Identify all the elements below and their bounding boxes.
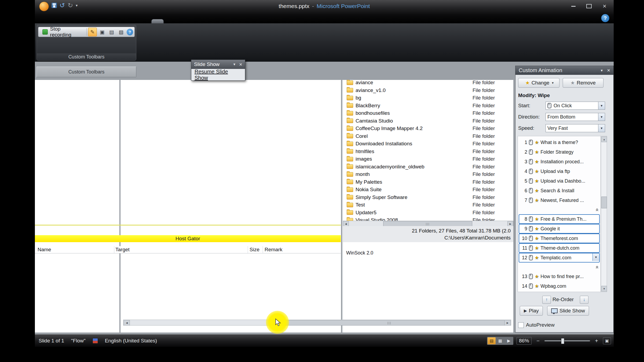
reorder-down-button[interactable]: ↓ [580,296,588,304]
animation-item[interactable]: 5 ★ Upload via Dashbo... [519,176,600,186]
collapse-chevron-icon[interactable]: » [594,265,600,268]
scroll-right-icon[interactable]: ▶ [504,320,511,326]
animation-item[interactable]: 7 ★ Newest, Featured ... [519,195,600,205]
panel-tool-button[interactable]: ▤ [108,28,116,36]
stop-recording-button[interactable]: Stop recording [40,28,85,36]
combo-dropdown-icon[interactable]: ▼ [598,102,605,109]
file-row[interactable]: Nokia Suite File folder [343,186,513,194]
animation-list-scrollbar[interactable]: ▲ ▼ [601,136,607,292]
ribbon-tab[interactable] [151,19,164,23]
item-dropdown-icon[interactable]: ▼ [592,253,599,261]
app-horizontal-scrollbar[interactable]: ◀ ||| ▶ [123,320,511,326]
zoom-level[interactable]: 86% [517,337,532,345]
combo-dropdown-icon[interactable]: ▼ [598,124,605,132]
zoom-in-button[interactable]: + [593,338,600,344]
combo-dropdown-icon[interactable]: ▼ [598,113,605,121]
start-combobox[interactable]: On Click ▼ [546,102,605,110]
collapse-chevron-icon[interactable]: » [594,208,600,211]
animation-item[interactable]: 12 ★ Templatic.com ▼ [519,253,600,263]
file-row[interactable]: Camtasia Studio File folder [343,117,513,125]
file-row[interactable]: islamicacademyonline_oldweb File folder [343,163,513,171]
ribbon-tab[interactable] [111,19,123,23]
animation-item[interactable]: 9 ★ Google it [519,224,600,234]
animation-item[interactable]: 11 ★ Theme-dutch.com [519,243,600,253]
animation-item[interactable]: 3 ★ Installation proced... [519,157,600,167]
panel-splitter-left[interactable] [119,80,121,333]
ribbon-tab[interactable] [71,19,83,23]
animation-item[interactable]: 10 ★ Themeforest.com [519,234,600,243]
eraser-tool-button[interactable]: ▣ [98,28,106,36]
ribbon-tab[interactable] [138,19,150,23]
ribbon-tab[interactable] [84,19,96,23]
pane-header[interactable]: Custom Animation ▼ × [515,66,613,75]
file-row[interactable]: BlackBerry File folder [343,102,513,110]
language-indicator[interactable]: English (United States) [105,338,157,344]
slide-sorter-view-button[interactable]: ▦ [496,337,504,344]
animation-item[interactable]: » [519,205,600,214]
pane-options-icon[interactable]: ▼ [600,69,603,72]
file-row[interactable]: Test File folder [343,201,513,209]
file-row[interactable]: htmlfiles File folder [343,148,513,156]
file-row[interactable]: Simply Super Software File folder [343,194,513,201]
toolbar-help-button[interactable]: ? [127,29,133,35]
close-button[interactable]: × [599,2,610,10]
file-row[interactable]: images File folder [343,155,513,163]
ribbon-tab[interactable] [125,19,136,23]
maximize-button[interactable] [583,2,595,10]
change-effect-button[interactable]: ★ Change ▼ [518,78,559,88]
reorder-up-button[interactable]: ↑ [542,296,551,304]
scroll-left-icon[interactable]: ◀ [124,320,130,326]
column-size[interactable]: Size [250,247,259,253]
column-target[interactable]: Target [115,247,130,253]
slide-show-toolbar-titlebar[interactable]: Slide Show ▼ × [191,60,245,69]
file-row[interactable]: aviance_v1.0 File folder [343,87,513,94]
file-list-horizontal-scrollbar[interactable]: ◀ ||| ▶ [343,221,513,226]
file-row[interactable]: Corel File folder [343,132,513,140]
scrollbar-thumb[interactable] [601,197,607,208]
minimize-button[interactable] [568,2,579,10]
zoom-slider-thumb[interactable] [561,338,564,344]
file-row[interactable]: Visual Studio 2008 File folder [343,216,513,221]
animation-item[interactable]: 4 ★ Upload via ftp [519,167,600,176]
host-gator-tab[interactable]: Host Gator [35,235,341,242]
pane-close-icon[interactable]: × [607,67,610,73]
scroll-down-icon[interactable]: ▼ [601,286,607,291]
help-button[interactable]: ? [601,14,609,22]
normal-view-button[interactable]: ▤ [488,337,496,344]
scrollbar-thumb[interactable]: ||| [383,221,472,227]
zoom-slider[interactable] [544,340,590,341]
column-remark[interactable]: Remark [265,247,283,253]
animation-item[interactable]: 2 ★ Folder Strategy [519,147,600,157]
play-button[interactable]: ▶ Play [520,306,543,316]
file-row[interactable]: Downloaded Installations File folder [343,140,513,148]
resume-slide-show-item[interactable]: Resume Slide Show [195,69,242,81]
pen-tool-button[interactable]: ✎ [88,28,97,36]
autopreview-checkbox[interactable] [518,322,524,328]
toolbar-close-icon[interactable]: × [239,61,242,68]
panel-splitter-right[interactable] [341,80,343,333]
scroll-right-icon[interactable]: ▶ [507,221,513,227]
ribbon-tab[interactable] [57,19,69,23]
scroll-left-icon[interactable]: ◀ [343,221,349,227]
grid-tool-button[interactable]: ▧ [117,28,125,36]
file-row[interactable]: aviance File folder [343,80,513,87]
column-name[interactable]: Name [38,247,51,253]
file-row[interactable]: month File folder [343,171,513,178]
scroll-up-icon[interactable]: ▲ [601,136,607,142]
speed-combobox[interactable]: Very Fast ▼ [546,124,605,132]
slide-show-view-button[interactable]: ▶ [505,337,513,344]
animation-item[interactable]: 14 ★ Wpbag.com [519,281,600,291]
file-row[interactable]: My Palettes File folder [343,178,513,186]
animation-item[interactable]: 6 ★ Search & Install [519,186,600,195]
zoom-out-button[interactable]: − [535,338,541,344]
scrollbar-thumb[interactable]: ||| [274,320,505,326]
file-row[interactable]: Updater5 File folder [343,209,513,217]
animation-item[interactable]: 13 ★ How to find free pr... [519,272,600,281]
remove-effect-button[interactable]: ★ Remove [563,78,603,88]
ribbon-tab[interactable] [98,19,109,23]
animation-item[interactable]: 1 ★ What is a theme? [519,138,600,147]
file-row[interactable]: bondhousefiles File folder [343,109,513,117]
animation-item[interactable]: » [519,263,600,272]
direction-combobox[interactable]: From Bottom ▼ [546,113,605,121]
file-row[interactable]: bg File folder [343,94,513,102]
